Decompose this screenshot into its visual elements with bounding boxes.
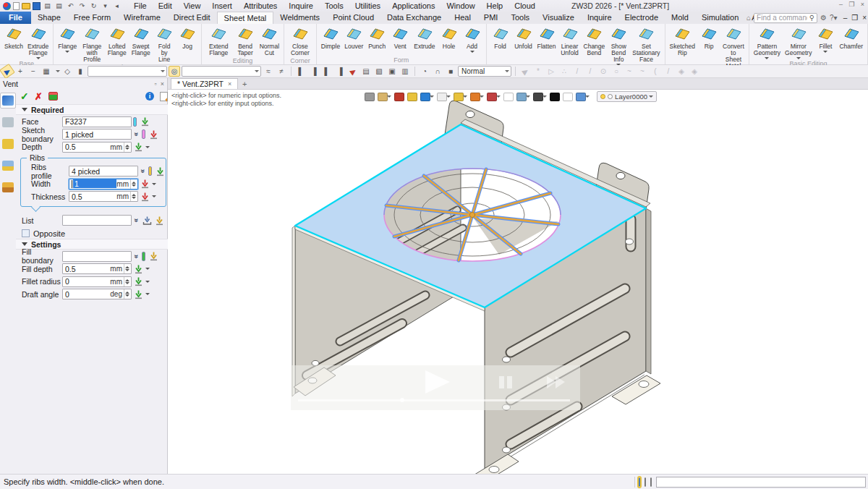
pick-last-icon[interactable]: ▶ bbox=[345, 64, 361, 79]
pick-image-icon[interactable]: ▦ bbox=[41, 66, 52, 77]
expand-chevron-icon[interactable]: » bbox=[139, 167, 147, 176]
green-pick-icon[interactable] bbox=[133, 289, 144, 299]
snap-center-icon[interactable]: ▌ bbox=[321, 66, 333, 77]
open-file[interactable] bbox=[22, 3, 30, 9]
dropdown-caret-icon[interactable] bbox=[152, 195, 156, 197]
menu-applications[interactable]: Applications bbox=[387, 0, 440, 12]
collapse[interactable]: ◂ bbox=[112, 1, 122, 10]
sync-icon[interactable]: ◎ bbox=[169, 66, 180, 77]
filter-lock-icon[interactable]: ≠ bbox=[276, 66, 287, 77]
save-file[interactable] bbox=[33, 2, 41, 10]
dropdown-caret-icon[interactable] bbox=[585, 95, 590, 98]
edit-list-button[interactable] bbox=[160, 92, 168, 101]
redo[interactable]: ↷ bbox=[77, 1, 87, 10]
layers-icon[interactable] bbox=[576, 93, 586, 101]
find-command-box[interactable]: Find a command ⚲ bbox=[754, 13, 817, 23]
dropdown-caret-icon[interactable] bbox=[542, 95, 547, 98]
menu-attributes[interactable]: Attributes bbox=[239, 0, 282, 12]
folder-icon[interactable]: ▧ bbox=[373, 66, 385, 77]
view-cube-icon[interactable] bbox=[420, 93, 430, 101]
display-icon[interactable] bbox=[644, 477, 646, 487]
list-field[interactable] bbox=[62, 215, 132, 226]
help-icon[interactable]: ?▾ bbox=[830, 14, 838, 22]
thickness-field[interactable]: 0.5mm bbox=[69, 191, 138, 202]
red-pick-icon[interactable] bbox=[140, 179, 150, 189]
cube-icon[interactable]: ▣ bbox=[386, 66, 398, 77]
dropdown-caret-icon[interactable] bbox=[145, 293, 150, 295]
dropdown-caret-icon[interactable] bbox=[470, 51, 475, 53]
tab-heal[interactable]: Heal bbox=[448, 12, 477, 24]
ribbon-button-hole[interactable]: Hole bbox=[438, 25, 461, 50]
fill-depth-field[interactable]: 0.5mm bbox=[62, 263, 132, 274]
tab-file[interactable]: File bbox=[0, 12, 31, 24]
visual-tab-icon[interactable] bbox=[0, 136, 16, 152]
style-combo[interactable]: Normal bbox=[458, 66, 511, 77]
opposite-checkbox[interactable] bbox=[22, 229, 30, 237]
measure-bar-icon[interactable] bbox=[550, 93, 560, 101]
apply-button[interactable] bbox=[48, 92, 58, 101]
face-field[interactable]: F3237 bbox=[62, 116, 132, 127]
viewport[interactable]: * Vent.Z3PRT × + <right-click> for numer… bbox=[168, 78, 868, 474]
tab-close-icon[interactable]: × bbox=[228, 80, 231, 88]
ribbon-button-sketched-rip[interactable]: Sketched Rip bbox=[668, 25, 697, 56]
ribbon-button-fold[interactable]: Fold bbox=[489, 25, 512, 50]
tab-pmi[interactable]: PMI bbox=[477, 12, 505, 24]
red-pick-icon[interactable] bbox=[140, 192, 150, 202]
restore-icon[interactable]: ❐ bbox=[851, 14, 858, 22]
regen[interactable]: ↻ bbox=[89, 1, 98, 10]
fill-boundary-field[interactable] bbox=[62, 251, 132, 262]
model-canvas[interactable] bbox=[168, 90, 868, 474]
dropdown-caret-icon[interactable] bbox=[387, 95, 391, 98]
spinner-control[interactable] bbox=[130, 179, 137, 189]
quick-access-dropdown[interactable]: ▾ bbox=[101, 1, 110, 10]
minimize-icon[interactable]: – bbox=[843, 14, 848, 22]
ribbon-button-normal-cut[interactable]: Normal Cut bbox=[258, 25, 281, 56]
dropdown-caret-icon[interactable] bbox=[430, 95, 434, 98]
menu-file[interactable]: File bbox=[129, 0, 152, 12]
sketch-boundary-field[interactable]: 1 picked bbox=[62, 129, 132, 140]
pillar-icon[interactable]: ▮ bbox=[75, 66, 86, 77]
notebook-icon[interactable] bbox=[378, 93, 388, 101]
info-button[interactable]: i bbox=[145, 92, 154, 101]
spinner-control[interactable] bbox=[124, 143, 130, 152]
ribbon-button-louver[interactable]: Louver bbox=[342, 25, 365, 50]
layer-control[interactable]: Layer0000 bbox=[597, 91, 657, 102]
yellow-pick-icon[interactable] bbox=[154, 216, 165, 226]
brush-icon[interactable] bbox=[394, 93, 404, 101]
shade-icon[interactable] bbox=[454, 93, 464, 101]
swatch-icon[interactable]: ■ bbox=[445, 66, 456, 77]
filter-list-icon[interactable]: ≈ bbox=[263, 66, 274, 77]
lasso-icon[interactable]: ∩ bbox=[432, 66, 443, 77]
dropdown-caret-icon[interactable] bbox=[65, 51, 69, 53]
undo[interactable]: ↶ bbox=[66, 1, 75, 10]
ribbon-button-dimple[interactable]: Dimple bbox=[319, 25, 342, 50]
green-pick-icon[interactable] bbox=[155, 166, 166, 177]
red-pick-icon[interactable] bbox=[148, 129, 159, 140]
tab-electrode[interactable]: Electrode bbox=[618, 12, 665, 24]
ribbon-button-fold-by-line[interactable]: Fold by Line bbox=[153, 25, 176, 63]
sheet-list-icon[interactable]: ▤ bbox=[360, 66, 372, 77]
dropdown-caret-icon[interactable] bbox=[496, 95, 501, 98]
document-tab[interactable]: * Vent.Z3PRT × bbox=[171, 78, 238, 89]
tab-sheet-metal[interactable]: Sheet Metal bbox=[217, 12, 274, 24]
tab-direct-edit[interactable]: Direct Edit bbox=[167, 12, 217, 24]
layer-color-icon[interactable] bbox=[608, 94, 613, 99]
snap-end-icon[interactable]: ▌ bbox=[295, 66, 307, 77]
wireframe-icon[interactable] bbox=[437, 93, 447, 101]
image-tab-icon[interactable] bbox=[0, 158, 16, 174]
ribbon-button-vent[interactable]: Vent bbox=[388, 25, 412, 50]
viewport-box-icon[interactable] bbox=[563, 93, 573, 101]
tab-shape[interactable]: Shape bbox=[31, 12, 67, 24]
select-cursor-icon[interactable]: ▶ bbox=[0, 64, 15, 79]
entity-combo[interactable] bbox=[182, 66, 261, 77]
ribbon-button-rip[interactable]: Rip bbox=[697, 25, 720, 50]
print[interactable]: ▤ bbox=[43, 1, 52, 10]
snap-quad-icon[interactable]: ▐ bbox=[334, 66, 346, 77]
ribbon-button-swept-flange[interactable]: Swept Flange bbox=[129, 25, 153, 56]
ribbon-button-close-corner[interactable]: Close Corner bbox=[286, 25, 314, 56]
menu-help[interactable]: Help bbox=[482, 0, 509, 12]
expand-chevron-icon[interactable]: » bbox=[132, 252, 140, 260]
frame-icon[interactable] bbox=[470, 93, 480, 101]
spinner-control[interactable] bbox=[124, 289, 130, 299]
tab-data-exchange[interactable]: Data Exchange bbox=[380, 12, 448, 24]
